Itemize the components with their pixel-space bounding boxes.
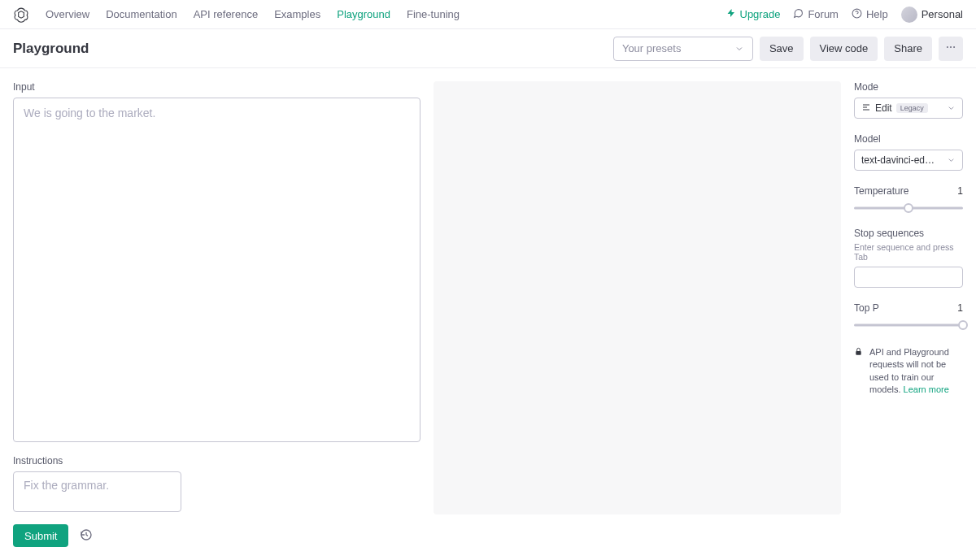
svg-point-3	[950, 46, 952, 48]
editor-column: Input Instructions Submit	[13, 81, 841, 560]
nav-fine-tuning[interactable]: Fine-tuning	[407, 8, 460, 20]
right-pane	[434, 81, 841, 514]
stop-input[interactable]	[854, 267, 963, 288]
left-pane: Input Instructions	[13, 81, 420, 514]
main: Input Instructions Submit Mode	[0, 68, 976, 560]
nav-examples[interactable]: Examples	[274, 8, 320, 20]
model-select[interactable]: text-davinci-edit-0...	[854, 150, 963, 171]
nav-playground[interactable]: Playground	[337, 8, 390, 20]
notice-text-wrap: API and Playground requests will not be …	[869, 346, 963, 397]
nav-api-reference[interactable]: API reference	[194, 8, 259, 20]
notice: API and Playground requests will not be …	[854, 346, 963, 397]
stop-hint: Enter sequence and press Tab	[854, 242, 963, 262]
stop-label: Stop sequences	[854, 228, 963, 239]
history-icon	[80, 528, 93, 544]
presets-select[interactable]: Your presets	[613, 37, 753, 61]
temperature-label: Temperature	[854, 185, 908, 197]
top-nav: Overview Documentation API reference Exa…	[0, 0, 976, 29]
temperature-value: 1	[957, 185, 963, 197]
instructions-label: Instructions	[13, 455, 420, 467]
input-textarea[interactable]	[13, 98, 420, 442]
instructions-section: Instructions	[13, 455, 420, 514]
instructions-textarea[interactable]	[13, 471, 181, 512]
view-code-button[interactable]: View code	[810, 37, 878, 61]
chat-icon	[793, 8, 804, 21]
subheader-actions: Your presets Save View code Share	[613, 37, 963, 61]
mode-section: Mode Edit Legacy	[854, 81, 963, 119]
bolt-icon	[726, 8, 736, 20]
history-button[interactable]	[80, 529, 93, 542]
nav-documentation[interactable]: Documentation	[106, 8, 176, 20]
account-label: Personal	[922, 8, 963, 20]
upgrade-link[interactable]: Upgrade	[726, 8, 781, 20]
model-section: Model text-davinci-edit-0...	[854, 133, 963, 171]
help-label: Help	[866, 8, 888, 20]
sidebar: Mode Edit Legacy Model text-davinci-edit…	[854, 81, 963, 560]
mode-label: Mode	[854, 81, 963, 93]
openai-logo-icon[interactable]	[13, 7, 29, 23]
dots-horizontal-icon	[945, 41, 956, 55]
legacy-badge: Legacy	[896, 103, 928, 113]
lock-icon	[854, 347, 863, 397]
model-value: text-davinci-edit-0...	[861, 154, 936, 166]
output-box	[434, 81, 841, 514]
slider-track	[854, 324, 963, 327]
top-p-section: Top P 1	[854, 302, 963, 330]
nav-right: Upgrade Forum Help Personal	[726, 7, 964, 23]
edit-icon	[861, 102, 871, 115]
svg-rect-8	[856, 351, 861, 355]
account-menu[interactable]: Personal	[901, 7, 963, 23]
nav-links: Overview Documentation API reference Exa…	[46, 8, 460, 20]
svg-point-2	[947, 46, 948, 48]
stop-section: Stop sequences Enter sequence and press …	[854, 228, 963, 288]
chevron-down-icon	[947, 156, 956, 165]
more-button[interactable]	[939, 37, 963, 61]
mode-value: Edit	[875, 102, 892, 114]
presets-placeholder: Your presets	[622, 42, 682, 54]
temperature-section: Temperature 1	[854, 185, 963, 213]
model-label: Model	[854, 133, 963, 145]
chevron-down-icon	[734, 44, 744, 54]
top-p-label: Top P	[854, 302, 879, 314]
top-p-slider[interactable]	[854, 320, 963, 330]
learn-more-link[interactable]: Learn more	[904, 384, 949, 394]
share-button[interactable]: Share	[884, 37, 932, 61]
slider-thumb[interactable]	[904, 203, 913, 213]
input-label: Input	[13, 81, 420, 93]
temperature-slider[interactable]	[854, 203, 963, 213]
footer-actions: Submit	[13, 524, 841, 560]
svg-point-4	[953, 46, 955, 48]
help-link[interactable]: Help	[852, 8, 888, 21]
upgrade-label: Upgrade	[740, 8, 781, 20]
help-icon	[852, 8, 862, 21]
submit-button[interactable]: Submit	[13, 524, 68, 547]
forum-label: Forum	[808, 8, 839, 20]
forum-link[interactable]: Forum	[793, 8, 839, 21]
slider-thumb[interactable]	[958, 320, 968, 330]
chevron-down-icon	[947, 104, 956, 113]
mode-select[interactable]: Edit Legacy	[854, 98, 963, 119]
editor-row: Input Instructions	[13, 81, 841, 514]
top-p-value: 1	[957, 302, 963, 314]
avatar-icon	[901, 7, 917, 23]
nav-overview[interactable]: Overview	[46, 8, 89, 20]
page-title: Playground	[13, 41, 89, 57]
save-button[interactable]: Save	[760, 37, 804, 61]
subheader: Playground Your presets Save View code S…	[0, 29, 976, 68]
